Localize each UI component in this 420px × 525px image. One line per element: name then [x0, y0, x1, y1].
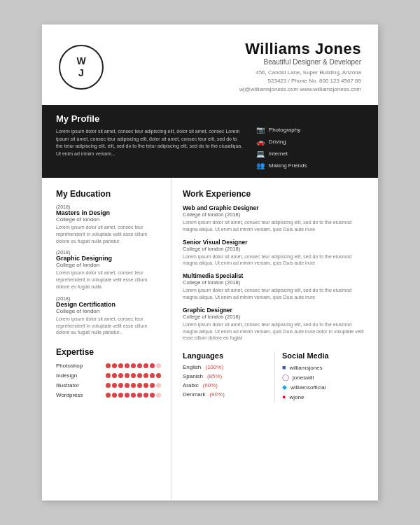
expertise-wordpress: Wordpress — [56, 392, 161, 398]
dot — [137, 373, 142, 378]
lang-pct-3: (90%) — [209, 391, 224, 398]
dot — [156, 373, 161, 378]
social-handle-2: williamsofficial — [290, 384, 326, 391]
work-desc-1: Lorem ipsum dolor sit amet, consec teur … — [183, 253, 367, 267]
expertise-name-2: Illustrator — [56, 382, 94, 388]
dot — [131, 373, 136, 378]
lang-name-2: Arabic — [183, 382, 199, 388]
candidate-name: Williams Jones — [116, 40, 361, 58]
work-role-3: Graphic Designer — [183, 307, 367, 314]
lang-name-1: Spanish — [183, 373, 203, 379]
resume-document: W J Williams Jones Beautiful Designer & … — [42, 24, 378, 500]
initials-bottom: J — [78, 67, 84, 79]
left-column: My Education (2018) Masters in Design Co… — [42, 178, 172, 500]
dot — [156, 383, 161, 388]
dot — [156, 363, 161, 368]
social-fb: ■ williamsjones — [282, 364, 367, 371]
expertise-dots-2 — [106, 383, 161, 388]
edu-school-2: College of london — [56, 308, 161, 314]
edu-school-0: College of london — [56, 216, 161, 223]
work-company-1: College of london (2018) — [183, 246, 367, 252]
edu-entry-1: (2018) Graphic Designing College of lond… — [56, 250, 161, 290]
languages-title: Languages — [183, 351, 267, 360]
dot — [118, 363, 123, 368]
expertise-indesign: Indesign — [56, 372, 161, 379]
photography-icon: 📷 — [256, 126, 265, 134]
edu-school-1: College of london — [56, 262, 161, 268]
dot — [131, 383, 136, 388]
edu-degree-1: Graphic Designing — [56, 255, 161, 262]
work-role-2: Multimedia Specialist — [183, 272, 367, 279]
social-handle-3: wjone — [289, 394, 304, 400]
dot — [106, 383, 111, 388]
lang-name-0: English — [183, 364, 201, 370]
work-entry-0: Web and Graphic Designer College of lond… — [183, 204, 367, 233]
dot — [112, 373, 117, 378]
right-column: Work Experience Web and Graphic Designer… — [172, 178, 378, 500]
dot — [144, 383, 148, 388]
lang-english: English (100%) — [183, 364, 267, 370]
expertise-name-0: Photoshop — [56, 363, 94, 369]
expertise-dots-3 — [106, 393, 161, 398]
dot — [125, 373, 130, 378]
interest-photography: 📷 Photography — [256, 126, 364, 134]
edu-year-2: (2018) — [56, 296, 161, 301]
dot — [137, 393, 142, 398]
dot — [150, 363, 155, 368]
dot — [156, 393, 161, 398]
social-handle-1: joneswill — [293, 374, 314, 381]
interest-friends: 👥 Making Friends — [256, 162, 364, 169]
lang-spanish: Spanish (85%) — [183, 373, 267, 379]
pinterest-icon: ● — [282, 393, 286, 400]
dot — [118, 383, 123, 388]
interest-label: Photography — [269, 127, 300, 133]
social-section: Social Media ■ williamsjones ◯ joneswill… — [282, 351, 367, 403]
lang-pct-1: (85%) — [207, 373, 222, 379]
expertise-section: Expertise Photoshop — [56, 347, 161, 402]
interest-label: Making Friends — [269, 162, 307, 169]
lang-pct-0: (100%) — [205, 364, 223, 370]
interest-label: Internet — [269, 150, 288, 157]
dot — [150, 383, 155, 388]
edu-year-1: (2018) — [56, 250, 161, 255]
expertise-dots-1 — [106, 373, 161, 378]
edu-desc-2: Lorem ipsum dolor sit amet, consec teur … — [56, 316, 161, 336]
expertise-name-1: Indesign — [56, 372, 94, 379]
candidate-phone: 523423 / Phone No. 800 123 4567 89 — [116, 77, 361, 85]
dot — [112, 393, 117, 398]
languages-section: Languages English (100%) Spanish (85%) A… — [183, 351, 267, 403]
edu-desc-1: Lorem ipsum dolor sit amet, consec teur … — [56, 270, 161, 290]
dot — [118, 393, 123, 398]
social-handle-0: williamsjones — [289, 365, 322, 371]
work-company-3: College of london (2018) — [183, 314, 367, 320]
dot — [125, 383, 130, 388]
dot — [150, 393, 155, 398]
facebook-icon: ■ — [282, 364, 286, 371]
instagram-icon: ◯ — [282, 374, 289, 381]
edu-desc-0: Lorem ipsum dolor sit amet, consec teur … — [56, 224, 161, 244]
expertise-dots-0 — [106, 363, 161, 368]
header-info: Williams Jones Beautiful Designer & Deve… — [116, 40, 361, 94]
profile-title: My Profile — [56, 113, 245, 124]
profile-text: Lorem ipsum dolor sit amet, consec teur … — [56, 128, 245, 158]
dot — [137, 363, 142, 368]
lang-pct-2: (60%) — [203, 382, 218, 388]
dot — [106, 393, 111, 398]
interest-driving: 🚗 Driving — [256, 138, 364, 146]
dot — [118, 373, 123, 378]
interest-internet: 💻 Internet — [256, 150, 364, 158]
work-role-1: Senior Visual Designer — [183, 239, 367, 246]
dot — [112, 363, 117, 368]
edu-entry-0: (2018) Masters in Design College of lond… — [56, 204, 161, 244]
friends-icon: 👥 — [256, 162, 265, 169]
expertise-illustrator: Illustrator — [56, 382, 161, 388]
candidate-title: Beautiful Designer & Developer — [116, 58, 361, 66]
dot — [131, 363, 136, 368]
profile-left: My Profile Lorem ipsum dolor sit amet, c… — [56, 113, 245, 169]
social-title: Social Media — [282, 351, 367, 360]
driving-icon: 🚗 — [256, 138, 265, 146]
lang-arabic: Arabic (60%) — [183, 382, 267, 388]
expertise-name-3: Wordpress — [56, 392, 94, 398]
work-company-0: College of london (2018) — [183, 211, 367, 218]
logo-circle: W J — [59, 45, 104, 90]
